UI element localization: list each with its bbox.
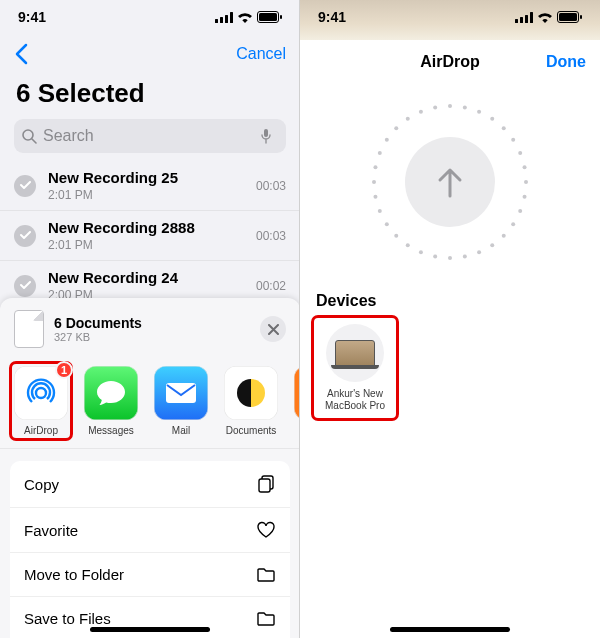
status-icons — [215, 11, 282, 23]
phone-airdrop: 9:41 AirDrop Done Devices — [300, 0, 600, 638]
svg-line-8 — [32, 139, 36, 143]
svg-rect-16 — [525, 15, 528, 23]
svg-rect-1 — [220, 17, 223, 23]
done-button[interactable]: Done — [546, 53, 586, 71]
checkmark-icon — [14, 175, 36, 197]
share-title: 6 Documents — [54, 315, 260, 331]
recording-duration: 00:02 — [256, 279, 286, 293]
share-app-label: Mail — [154, 425, 208, 436]
wifi-icon — [237, 12, 253, 23]
share-app-label: Messages — [84, 425, 138, 436]
airdrop-sheet: AirDrop Done Devices Ankur's New MacBook… — [300, 40, 600, 638]
ring-dots — [370, 102, 530, 262]
recording-row[interactable]: New Recording 252:01 PM 00:03 — [0, 161, 300, 211]
folder-icon — [256, 611, 276, 627]
battery-icon — [557, 11, 582, 23]
recording-title: New Recording 24 — [48, 269, 256, 286]
airdrop-badge: 1 — [55, 361, 73, 379]
share-subtitle: 327 KB — [54, 331, 260, 343]
devices-heading: Devices — [300, 292, 600, 320]
laptop-icon — [335, 340, 375, 366]
phone-share-sheet: 9:41 Cancel 6 Selected Search New Record… — [0, 0, 300, 638]
svg-rect-13 — [259, 479, 270, 492]
documents-app-icon — [233, 375, 269, 411]
close-icon — [268, 324, 279, 335]
action-label: Move to Folder — [24, 566, 124, 583]
recording-title: New Recording 2888 — [48, 219, 256, 236]
recording-duration: 00:03 — [256, 229, 286, 243]
document-icon — [14, 310, 44, 348]
share-app-mail[interactable]: Mail — [154, 366, 208, 436]
svg-rect-5 — [259, 13, 277, 21]
svg-rect-2 — [225, 15, 228, 23]
device-item[interactable]: Ankur's New MacBook Pro — [316, 320, 394, 416]
device-label: Ankur's New MacBook Pro — [320, 388, 390, 412]
page-title: 6 Selected — [0, 74, 300, 119]
airdrop-title: AirDrop — [420, 53, 480, 71]
close-button[interactable] — [260, 316, 286, 342]
action-label: Copy — [24, 476, 59, 493]
share-sheet: 6 Documents 327 KB 1 AirDrop Messages — [0, 298, 300, 638]
svg-rect-20 — [580, 15, 582, 19]
recording-title: New Recording 25 — [48, 169, 256, 186]
airdrop-nav: AirDrop Done — [300, 40, 600, 84]
action-label: Favorite — [24, 522, 78, 539]
battery-icon — [257, 11, 282, 23]
share-app-label: Documents — [224, 425, 278, 436]
action-favorite[interactable]: Favorite — [10, 508, 290, 553]
devices-grid: Ankur's New MacBook Pro — [300, 320, 600, 416]
status-time: 9:41 — [18, 9, 46, 25]
share-app-airdrop[interactable]: 1 AirDrop — [14, 366, 68, 436]
svg-rect-6 — [280, 15, 282, 19]
action-move-folder[interactable]: Move to Folder — [10, 553, 290, 597]
home-indicator[interactable] — [390, 627, 510, 632]
back-chevron-icon[interactable] — [14, 43, 28, 65]
share-sheet-header: 6 Documents 327 KB — [0, 298, 300, 360]
search-icon — [22, 129, 37, 144]
mail-icon — [164, 381, 198, 405]
share-app-messages[interactable]: Messages — [84, 366, 138, 436]
status-time: 9:41 — [318, 9, 346, 25]
svg-rect-9 — [264, 129, 268, 137]
svg-rect-3 — [230, 12, 233, 23]
svg-rect-0 — [215, 19, 218, 23]
action-label: Save to Files — [24, 610, 111, 627]
cancel-button[interactable]: Cancel — [236, 45, 286, 63]
svg-rect-19 — [559, 13, 577, 21]
action-copy[interactable]: Copy — [10, 461, 290, 508]
nav-bar: Cancel — [0, 34, 300, 74]
cellular-icon — [215, 12, 233, 23]
recording-duration: 00:03 — [256, 179, 286, 193]
copy-icon — [256, 474, 276, 494]
mic-icon[interactable] — [260, 128, 272, 144]
search-input[interactable]: Search — [14, 119, 286, 153]
status-icons — [515, 11, 582, 23]
share-actions: Copy Favorite Move to Folder Save to Fil… — [10, 461, 290, 638]
share-apps-row: 1 AirDrop Messages Mail Docume — [0, 360, 300, 449]
checkmark-icon — [14, 225, 36, 247]
airdrop-icon — [19, 371, 63, 415]
share-app-documents[interactable]: Documents — [224, 366, 278, 436]
svg-rect-14 — [515, 19, 518, 23]
svg-rect-11 — [166, 383, 196, 403]
recording-time: 2:01 PM — [48, 188, 256, 202]
status-bar: 9:41 — [0, 0, 300, 34]
wifi-icon — [537, 12, 553, 23]
checkmark-icon — [14, 275, 36, 297]
search-placeholder: Search — [43, 127, 260, 145]
heart-icon — [256, 521, 276, 539]
svg-rect-17 — [530, 12, 533, 23]
home-indicator[interactable] — [90, 627, 210, 632]
recording-row[interactable]: New Recording 28882:01 PM 00:03 — [0, 211, 300, 261]
recording-time: 2:01 PM — [48, 238, 256, 252]
cellular-icon — [515, 12, 533, 23]
messages-icon — [94, 378, 128, 408]
device-icon — [326, 324, 384, 382]
airdrop-ring — [300, 84, 600, 292]
status-bar: 9:41 — [300, 0, 600, 34]
svg-rect-15 — [520, 17, 523, 23]
folder-icon — [256, 567, 276, 583]
share-app-label: AirDrop — [14, 425, 68, 436]
svg-point-10 — [36, 388, 46, 398]
